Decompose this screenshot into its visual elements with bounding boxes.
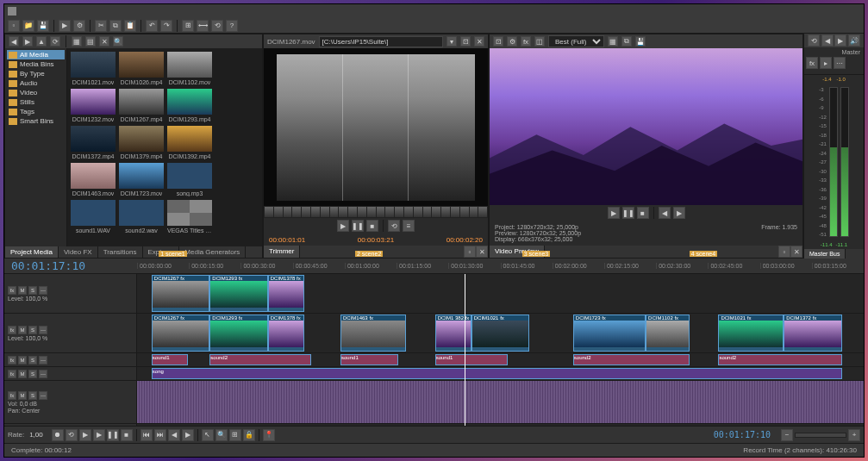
- magnify-tool-button[interactable]: 🔍: [215, 429, 228, 441]
- more-button[interactable]: ⋯: [834, 57, 846, 69]
- lock-button[interactable]: 🔒: [243, 429, 255, 441]
- ext-monitor-button[interactable]: ⊡: [493, 36, 503, 47]
- fwd-button[interactable]: ▶: [22, 36, 33, 47]
- path-input[interactable]: [319, 36, 443, 47]
- timeline-ruler[interactable]: 00:00:00:0000:00:15:0000:00:30:0000:00:4…: [137, 263, 864, 269]
- ruler-tick[interactable]: 00:02:45:00: [708, 263, 759, 269]
- zoom-slider[interactable]: [795, 433, 846, 438]
- tree-item[interactable]: Audio: [7, 78, 65, 88]
- back-button[interactable]: ◀: [9, 36, 19, 47]
- ruler-tick[interactable]: 00:03:15:00: [812, 263, 864, 269]
- next-frame-button[interactable]: ▶: [182, 429, 194, 441]
- timeline-marker[interactable]: 1 scene1: [159, 251, 186, 257]
- video-clip[interactable]: DCIM1267 fx: [152, 275, 209, 312]
- loop-button[interactable]: ⟲: [388, 220, 400, 232]
- filmstrip-frame[interactable]: [274, 207, 283, 217]
- quality-select[interactable]: Best (Full): [548, 35, 604, 47]
- play-button[interactable]: ▶: [608, 207, 620, 219]
- cut-button[interactable]: ✂: [95, 20, 107, 32]
- video-clip[interactable]: DCIM1463 fx: [340, 315, 406, 352]
- filmstrip-frame[interactable]: [451, 207, 459, 217]
- trimmer-preview[interactable]: [264, 48, 488, 206]
- filmstrip-frame[interactable]: [404, 207, 413, 217]
- media-thumb[interactable]: VEGAS Titles & Text abstract: [167, 200, 212, 234]
- autoripple-button[interactable]: ⟲: [211, 20, 223, 32]
- view-button[interactable]: ▦: [72, 36, 82, 47]
- tree-item[interactable]: All Media: [7, 50, 65, 59]
- ruler-tick[interactable]: 00:00:00:00: [137, 263, 189, 269]
- dock-button[interactable]: ▫: [464, 246, 476, 258]
- media-thumb[interactable]: sound2.wav: [119, 200, 164, 234]
- save-button[interactable]: 💾: [37, 20, 49, 32]
- close-icon[interactable]: ✕: [474, 36, 484, 47]
- filmstrip-frame[interactable]: [292, 207, 301, 217]
- goto-end-button[interactable]: ⏭: [154, 429, 166, 441]
- goto-start-button[interactable]: ⏮: [141, 429, 153, 441]
- refresh-button[interactable]: ⟳: [50, 36, 60, 47]
- track-header[interactable]: fxMS⋯Vol: 0,0 dBPan: Center: [4, 381, 136, 424]
- video-clip[interactable]: DCIM1378 fx: [268, 275, 304, 312]
- next-frame-button[interactable]: ▶: [673, 207, 685, 219]
- filmstrip-frame[interactable]: [377, 207, 385, 217]
- media-thumb[interactable]: sound1.WAV: [71, 200, 116, 234]
- track-header[interactable]: fxMS⋯: [4, 353, 136, 367]
- playhead[interactable]: [465, 274, 465, 426]
- media-thumb[interactable]: DCIM1026.mp4: [119, 52, 164, 85]
- timeline-marker[interactable]: 4 scene4: [690, 251, 717, 257]
- play-button[interactable]: ▶: [93, 429, 105, 441]
- meter-l[interactable]: [829, 87, 838, 237]
- track[interactable]: [137, 381, 864, 424]
- ruler-tick[interactable]: 00:01:15:00: [397, 263, 448, 269]
- ruler-tick[interactable]: 00:00:45:00: [293, 263, 345, 269]
- ruler-tick[interactable]: 00:02:30:00: [656, 263, 708, 269]
- track-solo-button[interactable]: S: [28, 391, 37, 400]
- track-header[interactable]: fxMS⋯Level: 100,0 %: [4, 274, 136, 314]
- filmstrip-frame[interactable]: [330, 207, 339, 217]
- audio-clip[interactable]: sound1: [152, 354, 188, 365]
- filmstrip-frame[interactable]: [348, 207, 357, 217]
- zoom-out-button[interactable]: −: [781, 429, 793, 441]
- tree-item[interactable]: By Type: [7, 69, 65, 78]
- media-thumb[interactable]: DCIM1267.mp4: [119, 89, 164, 122]
- render-button[interactable]: ▶: [59, 20, 71, 32]
- split-button[interactable]: ◫: [534, 36, 545, 47]
- marker-button[interactable]: 📍: [263, 429, 275, 441]
- close-icon[interactable]: ✕: [476, 246, 488, 258]
- media-thumb[interactable]: DCIM1392.mp4: [167, 126, 212, 159]
- media-tab[interactable]: Video FX: [59, 246, 98, 258]
- audio-clip[interactable]: sound2: [718, 354, 841, 365]
- dropdown-icon[interactable]: ▾: [446, 36, 457, 47]
- filmstrip-frame[interactable]: [460, 207, 469, 217]
- video-clip[interactable]: DCIM1021 fx: [471, 315, 529, 352]
- track-more-button[interactable]: ⋯: [39, 356, 47, 364]
- filmstrip-frame[interactable]: [385, 207, 394, 217]
- audio-clip[interactable]: sound2: [573, 354, 690, 365]
- track-mute-button[interactable]: M: [18, 286, 27, 295]
- media-thumb[interactable]: DCIM1021.mov: [71, 52, 116, 85]
- master-tab[interactable]: Master Bus: [804, 249, 846, 259]
- media-thumb[interactable]: DCIM1463.mov: [71, 163, 116, 196]
- timeline-marker[interactable]: 2 scene2: [355, 251, 383, 257]
- track[interactable]: song: [137, 367, 864, 381]
- timeline-timecode[interactable]: 00:01:17:10: [4, 259, 137, 272]
- filmstrip-frame[interactable]: [478, 207, 487, 217]
- fx-button[interactable]: fx: [806, 57, 818, 69]
- filmstrip-frame[interactable]: [432, 207, 440, 217]
- filmstrip-frame[interactable]: [265, 207, 273, 217]
- track-header[interactable]: fxMS⋯Level: 100,0 %: [4, 314, 136, 353]
- ruler-tick[interactable]: 00:01:30:00: [448, 263, 500, 269]
- tree-item[interactable]: Media Bins: [7, 59, 65, 69]
- audio-clip[interactable]: sound1: [435, 354, 508, 365]
- track-more-button[interactable]: ⋯: [39, 370, 47, 378]
- track-mute-button[interactable]: M: [18, 356, 27, 364]
- more-button[interactable]: ≡: [403, 220, 415, 232]
- video-clip[interactable]: DCIM1102 fx: [646, 315, 690, 352]
- audio-clip[interactable]: song: [152, 368, 842, 379]
- open-button[interactable]: 📁: [22, 20, 34, 32]
- track-more-button[interactable]: ⋯: [39, 286, 47, 295]
- overlay-button[interactable]: ▦: [608, 36, 618, 47]
- tree-item[interactable]: Video: [7, 88, 65, 97]
- play-start-button[interactable]: ▶: [79, 429, 91, 441]
- normal-tool-button[interactable]: ↖: [202, 429, 214, 441]
- trimmer-tab[interactable]: Trimmer: [264, 246, 300, 258]
